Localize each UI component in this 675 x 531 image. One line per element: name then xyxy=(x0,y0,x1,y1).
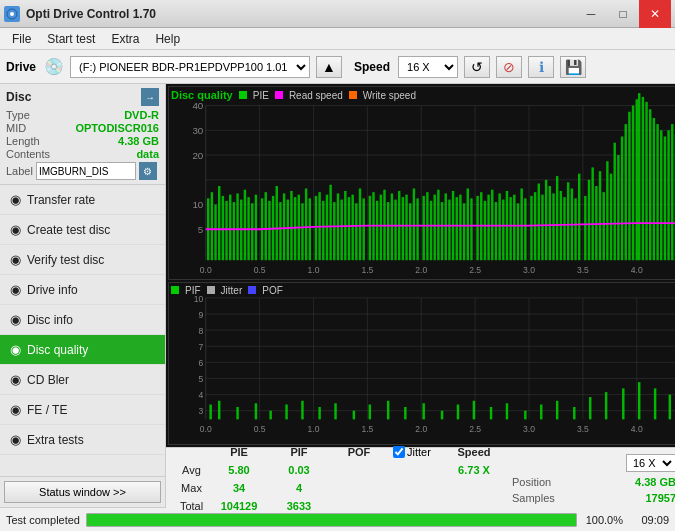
avg-pif: 0.03 xyxy=(269,464,329,476)
svg-rect-50 xyxy=(236,193,238,260)
svg-text:20: 20 xyxy=(192,150,203,161)
pof-legend-label: POF xyxy=(262,285,283,296)
sidebar-item-disc-info-label: Disc info xyxy=(27,313,73,327)
svg-rect-164 xyxy=(671,124,673,260)
max-pif: 4 xyxy=(269,482,329,494)
sidebar-item-disc-quality-label: Disc quality xyxy=(27,343,88,357)
progress-bar-container xyxy=(86,513,577,527)
svg-text:5: 5 xyxy=(199,374,204,384)
disc-title: Disc xyxy=(6,90,31,104)
sidebar-item-cd-bler[interactable]: ◉ CD Bler xyxy=(0,365,165,395)
svg-rect-229 xyxy=(236,407,238,419)
svg-text:3.0: 3.0 xyxy=(523,265,535,275)
disc-mid-val: OPTODISCR016 xyxy=(75,122,159,134)
svg-rect-72 xyxy=(322,201,324,260)
transfer-rate-icon: ◉ xyxy=(10,192,21,207)
svg-rect-121 xyxy=(509,197,511,260)
svg-rect-62 xyxy=(283,193,285,260)
main-layout: Disc → Type DVD-R MID OPTODISCR016 Lengt… xyxy=(0,84,675,507)
eject-button[interactable]: ▲ xyxy=(316,56,342,78)
sidebar-item-disc-quality[interactable]: ◉ Disc quality xyxy=(0,335,165,365)
svg-rect-103 xyxy=(441,202,443,260)
refresh-button[interactable]: ↺ xyxy=(464,56,490,78)
svg-rect-125 xyxy=(524,198,526,260)
stats-header-jitter-check[interactable]: Jitter xyxy=(389,446,444,458)
svg-rect-148 xyxy=(613,143,615,261)
title-bar: Opti Drive Control 1.70 ─ □ ✕ xyxy=(0,0,675,28)
stats-max-row: Max 34 4 xyxy=(174,479,504,497)
svg-rect-139 xyxy=(578,174,580,261)
svg-text:30: 30 xyxy=(192,125,203,136)
svg-rect-136 xyxy=(567,182,569,260)
speed-select[interactable]: 16 XMax8 X xyxy=(398,56,458,78)
svg-rect-60 xyxy=(276,186,278,260)
info-button[interactable]: ℹ xyxy=(528,56,554,78)
menu-file[interactable]: File xyxy=(4,28,39,49)
sidebar-item-fe-te[interactable]: ◉ FE / TE xyxy=(0,395,165,425)
svg-rect-162 xyxy=(664,136,666,260)
position-key: Position xyxy=(512,476,551,488)
svg-rect-131 xyxy=(549,186,551,260)
svg-rect-57 xyxy=(265,192,267,260)
speed-info: 16 XMax4 X Position 4.38 GB Samples 1795… xyxy=(504,454,675,504)
max-label: Max xyxy=(174,482,209,494)
drive-select[interactable]: (F:) PIONEER BDR-PR1EPDVPP100 1.01 xyxy=(70,56,310,78)
disc-length-val: 4.38 GB xyxy=(118,135,159,147)
svg-rect-96 xyxy=(413,188,415,260)
charts-container: Disc quality PIE Read speed Write speed xyxy=(166,84,675,447)
disc-label-input[interactable] xyxy=(36,162,136,180)
svg-rect-158 xyxy=(649,109,651,260)
sidebar-item-create-test-disc-label: Create test disc xyxy=(27,223,110,237)
svg-rect-149 xyxy=(617,155,619,260)
svg-rect-87 xyxy=(380,195,382,261)
menu-start-test[interactable]: Start test xyxy=(39,28,103,49)
svg-rect-90 xyxy=(391,193,393,260)
svg-rect-244 xyxy=(490,407,492,419)
sidebar-item-transfer-rate-label: Transfer rate xyxy=(27,193,95,207)
svg-rect-81 xyxy=(355,203,357,260)
sidebar-item-verify-test-disc[interactable]: ◉ Verify test disc xyxy=(0,245,165,275)
sidebar-item-extra-tests[interactable]: ◉ Extra tests xyxy=(0,425,165,455)
svg-text:2.0: 2.0 xyxy=(415,424,427,434)
create-test-disc-icon: ◉ xyxy=(10,222,21,237)
status-window-button[interactable]: Status window >> xyxy=(4,481,161,503)
disc-label-icon-btn[interactable]: ⚙ xyxy=(139,162,157,180)
svg-rect-247 xyxy=(540,404,542,419)
svg-rect-124 xyxy=(520,188,522,260)
title-text: Opti Drive Control 1.70 xyxy=(26,7,156,21)
svg-rect-142 xyxy=(591,167,593,260)
menu-extra[interactable]: Extra xyxy=(103,28,147,49)
svg-text:3.0: 3.0 xyxy=(523,424,535,434)
svg-rect-82 xyxy=(359,188,361,260)
speed-dropdown[interactable]: 16 XMax4 X xyxy=(626,454,675,472)
save-button[interactable]: 💾 xyxy=(560,56,586,78)
svg-rect-44 xyxy=(214,205,216,261)
svg-rect-77 xyxy=(340,200,342,261)
svg-rect-152 xyxy=(628,112,630,260)
pif-legend-label: PIF xyxy=(185,285,201,296)
close-button[interactable]: ✕ xyxy=(639,0,671,28)
maximize-button[interactable]: □ xyxy=(607,0,639,28)
disc-arrow-button[interactable]: → xyxy=(141,88,159,106)
position-row: Position 4.38 GB xyxy=(512,476,675,488)
minimize-button[interactable]: ─ xyxy=(575,0,607,28)
chart-title: Disc quality xyxy=(171,89,233,101)
sidebar-item-transfer-rate[interactable]: ◉ Transfer rate xyxy=(0,185,165,215)
stats-header-pof: POF xyxy=(329,446,389,458)
stats-table: PIE PIF POF Jitter Speed Avg 5.80 0.03 xyxy=(174,443,504,515)
speed-label: Speed xyxy=(354,60,390,74)
jitter-legend-color xyxy=(207,286,215,294)
disc-label-key: Label xyxy=(6,165,33,177)
jitter-checkbox[interactable] xyxy=(393,446,405,458)
svg-rect-236 xyxy=(353,410,355,419)
app-icon xyxy=(4,6,20,22)
menu-help[interactable]: Help xyxy=(147,28,188,49)
svg-text:1.5: 1.5 xyxy=(361,265,373,275)
sidebar-item-drive-info[interactable]: ◉ Drive info xyxy=(0,275,165,305)
clear-button[interactable]: ⊘ xyxy=(496,56,522,78)
sidebar-item-create-test-disc[interactable]: ◉ Create test disc xyxy=(0,215,165,245)
sidebar-item-disc-info[interactable]: ◉ Disc info xyxy=(0,305,165,335)
svg-rect-237 xyxy=(369,404,371,419)
max-pie: 34 xyxy=(209,482,269,494)
svg-rect-107 xyxy=(456,197,458,260)
